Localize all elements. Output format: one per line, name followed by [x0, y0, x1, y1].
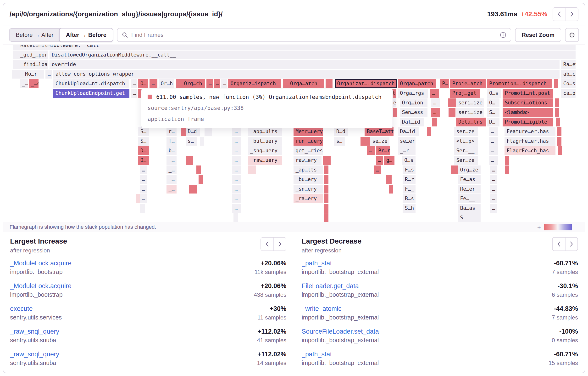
flame-frame[interactable]: …	[489, 146, 498, 155]
flame-frame[interactable]: Orga…atch	[288, 79, 324, 88]
flame-frame[interactable]: Ser…__	[454, 146, 477, 155]
flame-frame[interactable]: _sn…ery	[294, 185, 323, 194]
flame-frame[interactable]: S	[458, 213, 481, 222]
flame-frame[interactable]: Ser…ze	[454, 156, 477, 165]
flame-frame[interactable]: _…r	[398, 146, 416, 155]
flame-frame[interactable]: …	[367, 146, 375, 155]
flame-frame[interactable]: T…	[167, 137, 177, 146]
flame-frame[interactable]: …	[232, 166, 241, 174]
flame-frame[interactable]: _raw…uery	[248, 156, 282, 165]
next-transaction-button[interactable]	[566, 8, 578, 21]
flame-tick[interactable]	[556, 118, 560, 126]
flame-frame[interactable]: …	[490, 175, 497, 184]
info-icon[interactable]	[500, 32, 506, 38]
flame-frame[interactable]: O…s	[487, 89, 501, 98]
flame-frame[interactable]: ChunkUpload…nt.dispatch	[53, 79, 129, 88]
function-link[interactable]: execute	[10, 305, 33, 312]
flame-frame[interactable]: Promoti…igible	[503, 118, 553, 126]
flame-frame[interactable]: Orga…rgs	[398, 89, 429, 98]
flame-frame[interactable]: b…	[167, 146, 177, 155]
function-link[interactable]: FileLoader.get_data	[302, 282, 359, 290]
flame-frame[interactable]: Da…id	[398, 127, 419, 136]
decrease-next-button[interactable]	[565, 238, 578, 251]
increase-next-button[interactable]	[273, 238, 286, 251]
flame-frame[interactable]: D…	[138, 156, 149, 165]
flame-frame[interactable]: Dat…id	[400, 118, 424, 126]
settings-button[interactable]	[565, 28, 579, 42]
flame-tick[interactable]	[140, 204, 145, 213]
flame-frame[interactable]: DisallowedOrganizationMiddleware.__call_…	[50, 51, 576, 59]
flame-tick[interactable]	[324, 194, 328, 203]
flame-frame[interactable]: _bu…ery	[294, 175, 323, 184]
flame-frame[interactable]: raw…ery	[294, 156, 322, 165]
flame-tick[interactable]	[326, 156, 331, 165]
flame-frame[interactable]: B…s	[403, 194, 415, 203]
prev-transaction-button[interactable]	[553, 8, 566, 21]
flame-frame[interactable]: …	[232, 146, 241, 155]
flame-frame[interactable]: RateLimitMiddleware.__call__	[18, 45, 576, 50]
flame-tick[interactable]	[328, 79, 333, 88]
flame-tick[interactable]	[427, 127, 431, 136]
flame-tick[interactable]	[389, 185, 393, 194]
flame-frame[interactable]: …	[431, 99, 440, 107]
flame-tick[interactable]	[555, 99, 559, 107]
flame-tick[interactable]	[557, 127, 561, 136]
flame-frame[interactable]: …	[214, 79, 220, 88]
flame-tick[interactable]	[324, 204, 328, 213]
flame-frame[interactable]: Re…er	[458, 185, 481, 194]
flame-tick[interactable]	[192, 185, 197, 194]
flame-frame[interactable]: se…ze	[370, 137, 389, 146]
flame-frame[interactable]: override	[50, 60, 559, 69]
flame-tick[interactable]	[555, 108, 559, 117]
flame-tick[interactable]	[200, 137, 204, 146]
search-input[interactable]	[131, 32, 496, 38]
flame-frame[interactable]: …	[490, 166, 497, 174]
flamegraph-canvas[interactable]: RateLimitMiddleware.__call___gcd_…portDi…	[3, 45, 585, 222]
flame-frame[interactable]: _app…ults	[248, 127, 282, 136]
flame-frame[interactable]: …	[232, 194, 241, 203]
flame-frame[interactable]: run_…uery	[294, 137, 323, 146]
flame-tick[interactable]	[208, 127, 212, 136]
flame-tick[interactable]	[181, 127, 186, 136]
flame-frame[interactable]: Promotion….dispatch	[487, 79, 552, 88]
flame-frame[interactable]: <li…p>	[454, 137, 477, 146]
flame-frame[interactable]: _…	[167, 166, 177, 174]
flame-frame[interactable]: Sen…ess	[400, 108, 427, 117]
flame-frame[interactable]: …	[232, 137, 241, 146]
find-frames-search[interactable]	[117, 28, 511, 42]
flame-frame[interactable]: _ra…ery	[294, 194, 323, 203]
flame-frame[interactable]: …	[140, 175, 147, 184]
flame-frame[interactable]: …	[490, 204, 497, 213]
flame-frame[interactable]: _find…load	[18, 60, 48, 69]
flame-frame[interactable]: _…	[167, 175, 177, 184]
flame-frame[interactable]: …	[232, 156, 241, 165]
flame-frame[interactable]: P…	[440, 79, 449, 88]
flame-frame[interactable]: ChunkUploadEndpoint.get	[53, 89, 129, 98]
flame-tick[interactable]	[386, 175, 392, 184]
flame-frame[interactable]: …	[374, 166, 381, 174]
function-link[interactable]: _write_atomic	[302, 305, 342, 312]
flame-frame[interactable]: S…	[138, 137, 149, 146]
flame-frame[interactable]: …	[232, 204, 241, 213]
flame-frame[interactable]: O…	[487, 99, 500, 107]
flame-frame[interactable]: Co…st	[561, 79, 576, 88]
flame-frame[interactable]: O…	[138, 79, 148, 88]
flame-frame[interactable]: …	[140, 185, 147, 194]
flame-tick[interactable]	[324, 185, 328, 194]
flame-frame[interactable]: _bul…uery	[248, 137, 282, 146]
flame-frame[interactable]: Feature…er.has	[504, 127, 556, 136]
flame-tick[interactable]	[554, 79, 558, 88]
flame-tick[interactable]	[558, 146, 562, 155]
flame-frame[interactable]: _…	[20, 79, 28, 88]
flame-tick[interactable]	[324, 213, 328, 222]
flame-frame[interactable]: r…	[167, 127, 177, 136]
function-link[interactable]: SourceFileLoader.set_data	[302, 328, 379, 335]
flame-frame[interactable]: …	[490, 185, 497, 194]
flame-frame[interactable]: Organiz…ispatch	[228, 79, 281, 88]
flame-frame[interactable]: D…d	[186, 127, 200, 136]
flame-frame[interactable]: Organizat….dispatch	[335, 79, 397, 88]
toggle-before-after[interactable]: Before → After	[10, 29, 60, 41]
flame-tick[interactable]	[451, 108, 455, 117]
flame-tick[interactable]	[324, 166, 328, 174]
decrease-prev-button[interactable]	[553, 238, 565, 251]
